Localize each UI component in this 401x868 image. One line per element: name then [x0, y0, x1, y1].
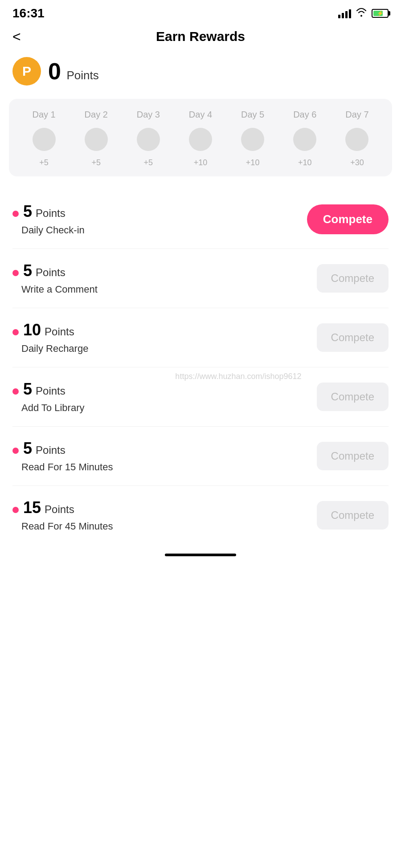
day-point-3: +5 [122, 158, 174, 167]
reward-info-3: 10 Points Daily Recharge [12, 321, 317, 355]
reward-points-row-4: 5 Points [12, 380, 317, 399]
day-point-5: +10 [227, 158, 279, 167]
reward-item-daily-checkin: 5 Points Daily Check-in Compete [12, 190, 389, 249]
reward-dot-3 [12, 329, 19, 335]
points-label: Points [66, 69, 98, 82]
reward-item-read-45: 15 Points Read For 45 Minutes Compete [12, 486, 389, 545]
reward-info-4: 5 Points Add To Library [12, 380, 317, 414]
reward-info-5: 5 Points Read For 15 Minutes [12, 439, 317, 473]
reward-item-daily-recharge: 10 Points Daily Recharge Compete [12, 308, 389, 367]
day-label-7: Day 7 [331, 110, 383, 120]
day-label-4: Day 4 [174, 110, 226, 120]
reward-info-6: 15 Points Read For 45 Minutes [12, 498, 317, 532]
home-indicator [0, 545, 401, 570]
points-icon: P [12, 57, 41, 86]
reward-item-add-library: 5 Points Add To Library Compete [12, 367, 389, 427]
reward-dot-2 [12, 270, 19, 276]
reward-points-text-2: Points [36, 266, 65, 279]
day-point-6: +10 [279, 158, 331, 167]
reward-desc-5: Read For 15 Minutes [12, 461, 317, 473]
day-label-6: Day 6 [279, 110, 331, 120]
day-circle-1 [33, 128, 56, 151]
day-point-4: +10 [174, 158, 226, 167]
compete-button-read-45[interactable]: Compete [317, 501, 389, 530]
day-label-2: Day 2 [70, 110, 122, 120]
day-circle-6 [293, 128, 316, 151]
day-point-2: +5 [70, 158, 122, 167]
reward-desc-4: Add To Library [12, 402, 317, 414]
reward-points-number-3: 10 [23, 321, 41, 339]
reward-points-row-1: 5 Points [12, 202, 307, 221]
status-time: 16:31 [12, 6, 45, 20]
day-label-5: Day 5 [227, 110, 279, 120]
day-circle-3 [137, 128, 160, 151]
day-circle-2 [85, 128, 108, 151]
reward-item-read-15: 5 Points Read For 15 Minutes Compete [12, 427, 389, 486]
day-circle-7 [345, 128, 368, 151]
reward-dot-1 [12, 211, 19, 217]
reward-points-number-4: 5 [23, 380, 32, 399]
points-section: P 0 Points [0, 53, 401, 94]
reward-item-write-comment: 5 Points Write a Comment Compete [12, 249, 389, 308]
reward-points-text-5: Points [36, 444, 65, 456]
reward-dot-6 [12, 507, 19, 513]
day-circle-4 [189, 128, 212, 151]
day-point-1: +5 [18, 158, 70, 167]
reward-desc-6: Read For 45 Minutes [12, 521, 317, 532]
reward-points-text-3: Points [45, 326, 74, 338]
signal-icon [338, 8, 351, 18]
status-icons: ⚡ [338, 7, 389, 20]
day-labels: Day 1 Day 2 Day 3 Day 4 Day 5 Day 6 Day … [18, 110, 383, 120]
reward-points-row-5: 5 Points [12, 439, 317, 458]
header: < Earn Rewards [0, 25, 401, 53]
reward-points-row-2: 5 Points [12, 261, 317, 280]
compete-button-write-comment[interactable]: Compete [317, 264, 389, 293]
reward-desc-1: Daily Check-in [12, 224, 307, 236]
reward-info-1: 5 Points Daily Check-in [12, 202, 307, 236]
reward-desc-2: Write a Comment [12, 284, 317, 295]
day-points: +5 +5 +5 +10 +10 +10 +30 [18, 158, 383, 167]
day-label-1: Day 1 [18, 110, 70, 120]
back-button[interactable]: < [12, 29, 21, 44]
page-title: Earn Rewards [156, 29, 245, 44]
points-display: 0 Points [48, 58, 99, 85]
reward-points-number-5: 5 [23, 439, 32, 458]
reward-points-number-6: 15 [23, 498, 41, 517]
reward-dot-5 [12, 448, 19, 454]
compete-button-read-15[interactable]: Compete [317, 442, 389, 470]
compete-button-daily-recharge[interactable]: Compete [317, 323, 389, 352]
day-label-3: Day 3 [122, 110, 174, 120]
day-point-7: +30 [331, 158, 383, 167]
reward-points-text-4: Points [36, 385, 65, 397]
status-bar: 16:31 ⚡ [0, 0, 401, 25]
points-count: 0 [48, 58, 61, 84]
day-circles [18, 128, 383, 151]
reward-points-number-1: 5 [23, 202, 32, 221]
reward-info-2: 5 Points Write a Comment [12, 261, 317, 295]
wifi-icon [356, 7, 367, 20]
reward-desc-3: Daily Recharge [12, 343, 317, 355]
day-circle-5 [241, 128, 264, 151]
reward-points-number-2: 5 [23, 261, 32, 280]
compete-button-add-library[interactable]: Compete [317, 383, 389, 411]
home-bar [165, 554, 236, 556]
reward-list: 5 Points Daily Check-in Compete 5 Points… [0, 190, 401, 545]
compete-button-daily-checkin[interactable]: Compete [307, 204, 389, 234]
battery-icon: ⚡ [372, 9, 389, 18]
daily-checkin-strip: Day 1 Day 2 Day 3 Day 4 Day 5 Day 6 Day … [9, 99, 392, 176]
reward-points-row-3: 10 Points [12, 321, 317, 339]
reward-points-text-6: Points [45, 503, 74, 516]
reward-dot-4 [12, 388, 19, 395]
reward-points-text-1: Points [36, 207, 65, 220]
reward-points-row-6: 15 Points [12, 498, 317, 517]
